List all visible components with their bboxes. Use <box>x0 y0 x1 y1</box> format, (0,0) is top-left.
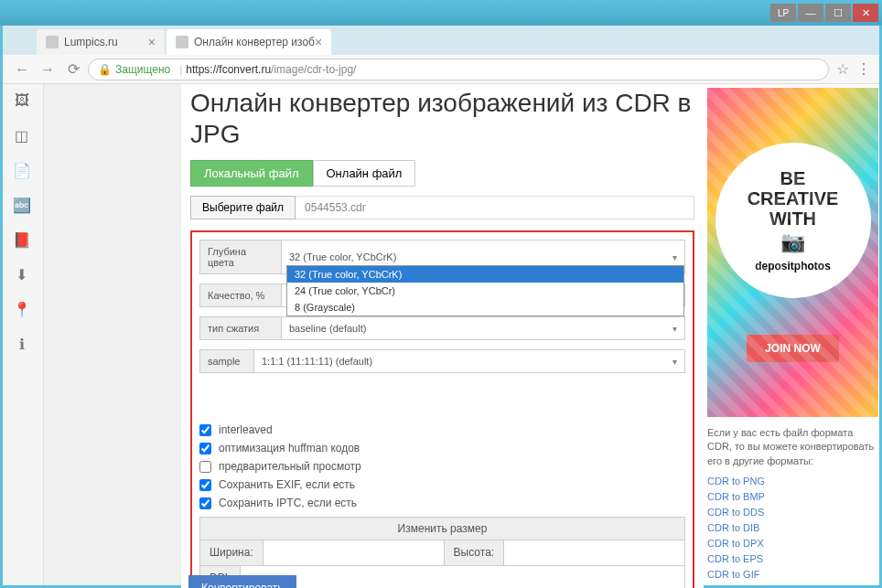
checkbox-label: предварительный просмотр <box>219 460 361 473</box>
choose-file-button[interactable]: Выберите файл <box>190 196 296 219</box>
color-depth-label: Глубина цвета <box>199 240 282 274</box>
sidebar-info-text: Если у вас есть файл формата CDR, то вы … <box>707 426 878 468</box>
page-title: Онлайн конвертер изображений из CDR в JP… <box>190 88 694 149</box>
option-checkbox[interactable] <box>199 479 211 491</box>
dropdown-option[interactable]: 24 (True color, YCbCr) <box>287 283 683 299</box>
file-source-tabs: Локальный файл Онлайн файл <box>190 160 694 187</box>
tab-close-icon[interactable]: × <box>148 35 156 49</box>
width-input[interactable] <box>264 540 445 566</box>
book-icon[interactable]: 📕 <box>13 230 31 249</box>
tab-label: Lumpics.ru <box>64 36 118 48</box>
checkbox-row: interleaved <box>199 423 685 436</box>
checkbox-label: interleaved <box>219 423 273 436</box>
location-icon[interactable]: 📍 <box>13 300 31 318</box>
address-bar: ← → ⟳ 🔒 Защищено | https://fconvert.ru/i… <box>0 55 882 84</box>
sample-label: sample <box>199 349 254 373</box>
dropdown-option[interactable]: 32 (True color, YCbCrK) <box>287 266 683 283</box>
option-checkbox[interactable] <box>199 497 211 509</box>
tab-label: Онлайн конвертер изоб <box>194 36 315 48</box>
main-content: Онлайн конвертер изображений из CDR в JP… <box>181 84 704 588</box>
format-links-list: CDR to PNGCDR to BMPCDR to DDSCDR to DIB… <box>707 476 878 580</box>
format-link[interactable]: CDR to DPX <box>707 538 878 549</box>
filename-display: 0544553.cdr <box>296 196 694 219</box>
minimize-button[interactable]: — <box>798 4 823 22</box>
browser-tab-bar: Lumpics.ru × Онлайн конвертер изоб × <box>0 26 882 55</box>
close-button[interactable]: ✕ <box>853 4 878 22</box>
compression-label: тип сжатия <box>199 316 282 340</box>
download-icon[interactable]: ⬇ <box>13 265 31 283</box>
bookmark-icon[interactable]: ☆ <box>836 60 849 78</box>
format-link[interactable]: CDR to DDS <box>707 507 878 518</box>
compression-row: тип сжатия baseline (default) <box>199 316 685 340</box>
image-icon[interactable]: 🖼 <box>13 91 31 110</box>
checkbox-row: предварительный просмотр <box>199 460 685 473</box>
tab-close-icon[interactable]: × <box>315 35 322 49</box>
select-icon[interactable]: ◫ <box>13 126 31 144</box>
document-icon[interactable]: 📄 <box>13 161 31 179</box>
resize-row: Ширина: Высота: <box>199 540 685 566</box>
browser-tab-lumpics[interactable]: Lumpics.ru × <box>37 29 165 55</box>
url-input[interactable]: 🔒 Защищено | https://fconvert.ru/image/c… <box>88 59 829 80</box>
checkbox-label: оптимизация huffman кодов <box>219 442 360 454</box>
ad-banner[interactable]: BE CREATIVE WITH 📷 depositphotos JOIN NO… <box>707 88 878 417</box>
back-button[interactable]: ← <box>11 59 33 80</box>
dropdown-option[interactable]: 8 (Grayscale) <box>287 299 683 315</box>
dpi-input[interactable] <box>241 566 685 588</box>
format-link[interactable]: CDR to DIB <box>707 522 878 533</box>
checkbox-label: Сохранить EXIF, если есть <box>219 478 355 491</box>
option-checkbox[interactable] <box>199 424 211 436</box>
option-checkbox[interactable] <box>199 461 211 473</box>
height-label: Высота: <box>445 540 505 566</box>
lp-badge: LP <box>770 4 796 22</box>
checkbox-group: interleavedоптимизация huffman кодовпред… <box>199 423 685 509</box>
resize-header: Изменить размер <box>199 517 685 540</box>
window-titlebar: LP — ☐ ✕ <box>0 0 882 26</box>
height-input[interactable] <box>504 540 685 566</box>
convert-button[interactable]: Конвертировать <box>188 575 296 588</box>
window-controls: LP — ☐ ✕ <box>770 4 878 22</box>
right-sidebar: BE CREATIVE WITH 📷 depositphotos JOIN NO… <box>704 84 882 588</box>
url-path: /image/cdr-to-jpg/ <box>271 63 356 76</box>
compression-select[interactable]: baseline (default) <box>282 316 685 340</box>
checkbox-row: Сохранить IPTC, если есть <box>199 497 685 509</box>
left-icon-sidebar: 🖼 ◫ 📄 🔤 📕 ⬇ 📍 ℹ <box>0 84 44 588</box>
sample-select[interactable]: 1:1:1 (11:11:11) (default) <box>254 349 685 373</box>
format-link[interactable]: CDR to BMP <box>707 491 878 502</box>
info-icon[interactable]: ℹ <box>13 335 31 353</box>
maximize-button[interactable]: ☐ <box>825 4 851 22</box>
reload-button[interactable]: ⟳ <box>62 59 84 80</box>
tab-favicon <box>176 36 188 48</box>
quality-label: Качество, % <box>199 283 282 307</box>
width-label: Ширина: <box>199 540 264 566</box>
local-file-tab[interactable]: Локальный файл <box>190 160 313 187</box>
sample-row: sample 1:1:1 (11:11:11) (default) <box>199 349 685 373</box>
font-icon[interactable]: 🔤 <box>13 196 31 214</box>
option-checkbox[interactable] <box>199 443 211 454</box>
file-select-row: Выберите файл 0544553.cdr <box>190 196 694 219</box>
browser-tab-converter[interactable]: Онлайн конвертер изоб × <box>167 29 331 55</box>
checkbox-row: оптимизация huffman кодов <box>199 442 685 454</box>
color-depth-dropdown: 32 (True color, YCbCrK) 24 (True color, … <box>286 265 684 316</box>
forward-button[interactable]: → <box>37 59 59 80</box>
format-link[interactable]: CDR to GIF <box>707 569 878 580</box>
lock-icon: 🔒 <box>98 63 112 76</box>
format-link[interactable]: CDR to PNG <box>707 476 878 486</box>
url-host: https://fconvert.ru <box>186 63 271 76</box>
left-gap <box>44 84 181 588</box>
menu-icon[interactable]: ⋮ <box>856 60 871 78</box>
online-file-tab[interactable]: Онлайн файл <box>313 160 416 187</box>
format-link[interactable]: CDR to EPS <box>707 553 878 564</box>
options-panel: Глубина цвета 32 (True color, YCbCrK) 32… <box>190 230 694 588</box>
checkbox-row: Сохранить EXIF, если есть <box>199 478 685 491</box>
secure-badge: 🔒 Защищено <box>98 63 170 76</box>
checkbox-label: Сохранить IPTC, если есть <box>219 497 357 509</box>
tab-favicon <box>46 36 59 48</box>
